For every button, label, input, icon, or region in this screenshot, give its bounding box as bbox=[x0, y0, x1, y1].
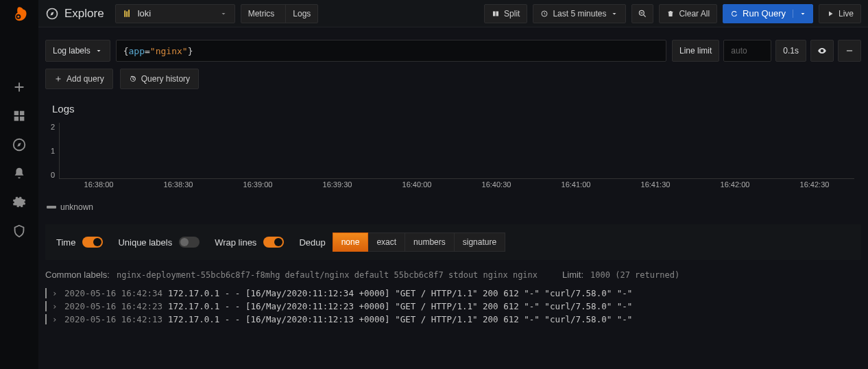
datasource-name: loki bbox=[138, 8, 152, 19]
chevron-down-icon bbox=[799, 10, 807, 18]
metrics-tab[interactable]: Metrics bbox=[241, 5, 282, 23]
unique-labels-toggle[interactable] bbox=[179, 237, 200, 248]
svg-point-1 bbox=[17, 16, 19, 18]
run-query-button[interactable]: Run Query bbox=[723, 4, 813, 23]
shield-icon[interactable] bbox=[12, 224, 27, 239]
bell-icon[interactable] bbox=[12, 166, 27, 181]
dedup-signature[interactable]: signature bbox=[455, 233, 505, 252]
limit-label: Limit: bbox=[562, 270, 583, 280]
line-limit-input[interactable]: auto bbox=[723, 40, 771, 62]
log-controls: Time Unique labels Wrap lines Dedup none… bbox=[45, 224, 861, 260]
toolbar: Explore loki Metrics Logs Split Last 5 m… bbox=[38, 0, 868, 27]
apps-icon[interactable] bbox=[12, 108, 27, 123]
log-meta: Common labels: nginx-deployment-55bcb6c8… bbox=[45, 265, 861, 287]
query-history-button[interactable]: Query history bbox=[120, 69, 199, 89]
loki-icon bbox=[123, 9, 132, 19]
compass-icon[interactable] bbox=[12, 137, 27, 152]
run-query-options[interactable] bbox=[793, 10, 812, 18]
chevron-right-icon[interactable]: › bbox=[52, 288, 59, 298]
plus-icon[interactable] bbox=[12, 80, 27, 95]
eye-icon bbox=[817, 46, 827, 56]
wrap-lines-toggle-label: Wrap lines bbox=[215, 237, 256, 248]
sync-icon bbox=[730, 10, 738, 18]
chevron-down-icon bbox=[95, 47, 103, 55]
disable-query-button[interactable] bbox=[810, 40, 834, 62]
common-labels-values: nginx-deployment-55bcb6c8f7-f8mhg defaul… bbox=[117, 270, 538, 280]
plus-icon bbox=[54, 75, 62, 83]
columns-icon bbox=[492, 10, 500, 18]
log-timestamp: 2020-05-16 16:42:13 bbox=[64, 314, 162, 324]
page-title: Explore bbox=[64, 7, 104, 21]
minus-icon bbox=[845, 46, 854, 56]
log-lines: ›2020-05-16 16:42:34172.17.0.1 - - [16/M… bbox=[45, 287, 861, 326]
dedup-numbers[interactable]: numbers bbox=[405, 233, 455, 252]
live-button[interactable]: Live bbox=[819, 4, 861, 23]
chart-legend: unknown bbox=[45, 191, 861, 219]
wrap-lines-toggle[interactable] bbox=[263, 237, 284, 248]
zoom-out-button[interactable] bbox=[631, 4, 653, 23]
clock-icon bbox=[540, 10, 548, 18]
log-message: 172.17.0.1 - - [16/May/2020:11:12:23 +00… bbox=[168, 301, 632, 311]
clear-all-button[interactable]: Clear All bbox=[659, 4, 717, 23]
chevron-right-icon[interactable]: › bbox=[52, 301, 59, 311]
query-timing: 0.1s bbox=[775, 40, 806, 62]
panel-title: Logs bbox=[45, 99, 861, 123]
limit-value: 1000 (27 returned) bbox=[590, 270, 679, 280]
log-row[interactable]: ›2020-05-16 16:42:13172.17.0.1 - - [16/M… bbox=[45, 313, 861, 326]
dedup-none[interactable]: none bbox=[333, 233, 369, 252]
dedup-label: Dedup bbox=[299, 237, 325, 248]
remove-query-button[interactable] bbox=[838, 40, 861, 62]
line-limit-label: Line limit bbox=[672, 40, 719, 62]
mode-toggle[interactable]: Metrics Logs bbox=[241, 4, 319, 23]
chevron-down-icon bbox=[219, 10, 228, 18]
main: Explore loki Metrics Logs Split Last 5 m… bbox=[38, 0, 868, 369]
play-icon bbox=[826, 10, 834, 18]
unique-labels-toggle-label: Unique labels bbox=[118, 237, 172, 248]
query-row: Log labels {app="nginx"} Line limit auto… bbox=[38, 27, 868, 69]
query-actions: Add query Query history bbox=[38, 69, 868, 99]
legend-label: unknown bbox=[60, 202, 93, 212]
gear-icon[interactable] bbox=[12, 195, 27, 210]
logs-panel: Logs 210 16:38:0016:38:3016:39:0016:39:3… bbox=[38, 99, 868, 326]
time-toggle[interactable] bbox=[82, 237, 103, 248]
log-message: 172.17.0.1 - - [16/May/2020:11:12:13 +00… bbox=[168, 314, 632, 324]
log-level-bar bbox=[45, 301, 47, 311]
compass-icon bbox=[45, 7, 59, 21]
log-timestamp: 2020-05-16 16:42:23 bbox=[64, 301, 162, 311]
split-button[interactable]: Split bbox=[484, 4, 527, 23]
query-side-controls: Line limit auto 0.1s bbox=[672, 40, 861, 62]
dedup-exact[interactable]: exact bbox=[368, 233, 405, 252]
nav-rail bbox=[0, 0, 38, 369]
log-level-bar bbox=[45, 288, 47, 298]
log-message: 172.17.0.1 - - [16/May/2020:11:12:34 +00… bbox=[168, 288, 632, 298]
time-range-picker[interactable]: Last 5 minutes bbox=[533, 4, 626, 23]
zoom-out-icon bbox=[638, 9, 647, 19]
log-row[interactable]: ›2020-05-16 16:42:23172.17.0.1 - - [16/M… bbox=[45, 300, 861, 313]
log-timestamp: 2020-05-16 16:42:34 bbox=[64, 288, 162, 298]
common-labels-label: Common labels: bbox=[45, 270, 110, 280]
add-query-button[interactable]: Add query bbox=[45, 69, 113, 89]
log-volume-chart[interactable]: 210 16:38:0016:38:3016:39:0016:39:3016:4… bbox=[56, 123, 854, 191]
chevron-right-icon[interactable]: › bbox=[52, 314, 59, 324]
time-toggle-label: Time bbox=[56, 237, 75, 248]
trash-icon bbox=[666, 10, 675, 18]
log-level-bar bbox=[45, 314, 47, 324]
history-icon bbox=[129, 75, 137, 83]
grafana-logo[interactable] bbox=[10, 5, 29, 25]
logs-tab[interactable]: Logs bbox=[285, 5, 317, 23]
chevron-down-icon bbox=[610, 10, 618, 18]
legend-swatch bbox=[47, 206, 56, 209]
datasource-picker[interactable]: loki bbox=[115, 4, 235, 23]
log-labels-button[interactable]: Log labels bbox=[45, 40, 110, 62]
log-row[interactable]: ›2020-05-16 16:42:34172.17.0.1 - - [16/M… bbox=[45, 287, 861, 300]
query-input[interactable]: {app="nginx"} bbox=[116, 40, 666, 62]
dedup-group: noneexactnumberssignature bbox=[333, 233, 505, 252]
